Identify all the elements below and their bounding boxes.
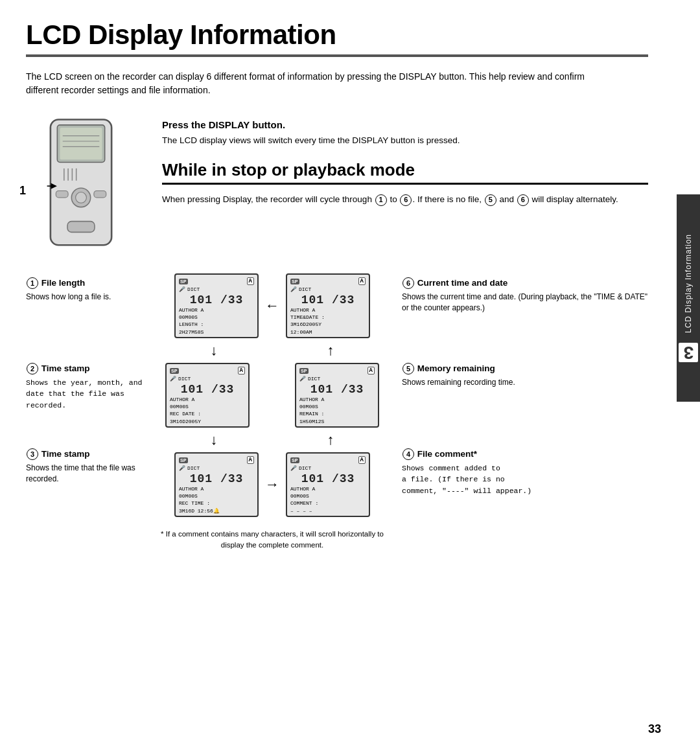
press-display-title: Press the DISPLAY button. [162, 119, 648, 130]
item2-label: 2 Time stamp [26, 363, 156, 374]
lcd6-text: AUTHOR A TIME&DATE : 3M16D2005Y 12:00AM [290, 306, 366, 336]
right-desc-item-4: 4 File comment* Shows comment added toa … [402, 442, 648, 518]
lcd6-numbers: 101 /33 [290, 294, 366, 306]
lcd1-text: AUTHOR A 00M00S LENGTH : 2H27M58S [179, 306, 254, 336]
circle-1: 1 [375, 194, 387, 206]
recorder-icon [26, 113, 136, 255]
arrow-up-5-4: ↑ [327, 433, 334, 447]
arrow-down-2-3: ↓ [211, 433, 218, 447]
lcd2-text: AUTHOR A 00M00S REC DATE : 3M16D2005Y [170, 396, 245, 425]
circle-6: 6 [517, 194, 529, 206]
svg-point-11 [76, 192, 87, 203]
lcd-4: SP A 🎤 DICT 101 /33 AUTHOR A 00M00S COMM… [286, 452, 370, 517]
press-display-text: The LCD display views will switch every … [162, 134, 648, 147]
arrow-up-6-5: ↑ [327, 343, 334, 358]
tab-number: 3 [679, 343, 698, 362]
lcd-2: SP A 🎤 DICT 101 /33 AUTHOR A 00M00S REC … [165, 363, 250, 428]
arrow-right-3-4: → [265, 476, 279, 493]
footnote: * If a comment contains many characters,… [156, 529, 389, 551]
while-in-stop-title: While in stop or playback mode [162, 160, 648, 185]
svg-rect-2 [60, 128, 102, 159]
page-number: 33 [648, 722, 661, 736]
left-descriptions: 1 File length Shows how long a file is. … [26, 271, 156, 551]
page-title: LCD Display Information [26, 19, 648, 51]
item3-desc: Shows the time that the file was recorde… [26, 463, 156, 485]
left-desc-item-1: 1 File length Shows how long a file is. [26, 271, 156, 347]
svg-rect-13 [94, 190, 106, 197]
circle-6-end: 6 [400, 194, 412, 206]
right-desc-item-5: 5 Memory remaining Shows remaining recor… [402, 356, 648, 433]
item6-desc: Shows the current time and date. (During… [402, 292, 648, 314]
arrow-down-1-2: ↓ [211, 343, 218, 358]
svg-rect-12 [56, 190, 68, 197]
arrows-row-2: ↓ ↑ [156, 432, 389, 448]
item5-desc: Shows remaining recording time. [402, 377, 648, 388]
while-in-stop-text: When pressing Display, the recorder will… [162, 192, 648, 207]
lcd-5: SP A 🎤 DICT 101 /33 AUTHOR A 00M00S REMA… [295, 363, 379, 428]
item4-label: 4 File comment* [402, 448, 648, 460]
arrows-row-1: ↓ ↑ [156, 342, 389, 359]
item2-desc: Shows the year, month, anddate that the … [26, 377, 156, 411]
item3-label: 3 Time stamp [26, 448, 156, 460]
page-content: LCD Display Information The LCD screen o… [0, 0, 700, 571]
intro-text: The LCD screen on the recorder can displ… [26, 70, 609, 97]
lcd5-numbers: 101 /33 [299, 383, 375, 396]
circle-5: 5 [485, 194, 496, 206]
step1-number: 1 [19, 184, 26, 198]
title-rule [26, 54, 648, 57]
item1-desc: Shows how long a file is. [26, 292, 156, 303]
lcd-1: SP A 🎤 DICT 101 /33 AUTHOR A 00M00S LENG… [174, 273, 259, 338]
center-displays: SP A 🎤 DICT 101 /33 AUTHOR A 00M00S LENG… [156, 271, 389, 551]
lcd1-numbers: 101 /33 [179, 294, 254, 306]
left-desc-item-2: 2 Time stamp Shows the year, month, andd… [26, 356, 156, 433]
svg-rect-14 [67, 222, 95, 233]
recorder-image-container: 1 [26, 113, 143, 258]
press-display-section: Press the DISPLAY button. The LCD displa… [162, 113, 648, 258]
while-in-stop-section: While in stop or playback mode When pres… [162, 160, 648, 207]
display-pair-2-5: SP A 🎤 DICT 101 /33 AUTHOR A 00M00S REC … [165, 363, 379, 428]
left-desc-item-3: 3 Time stamp Shows the time that the fil… [26, 442, 156, 518]
item6-label: 6 Current time and date [402, 277, 648, 289]
lcd2-numbers: 101 /33 [170, 383, 245, 396]
full-diagram: 1 File length Shows how long a file is. … [26, 271, 648, 551]
lcd-3: SP A 🎤 DICT 101 /33 AUTHOR A 00M00S REC … [174, 452, 259, 517]
item5-label: 5 Memory remaining [402, 363, 648, 374]
item4-desc: Shows comment added toa file. (If there … [402, 463, 648, 496]
top-section: 1 [26, 113, 648, 258]
display-pair-1-6: SP A 🎤 DICT 101 /33 AUTHOR A 00M00S LENG… [174, 273, 370, 338]
tab-label: LCD Display Information [684, 234, 693, 333]
display-pair-3-4: SP A 🎤 DICT 101 /33 AUTHOR A 00M00S REC … [174, 452, 370, 517]
lcd3-text: AUTHOR A 00M00S REC TIME : 3M16D 12:56🔔 [179, 485, 254, 514]
lcd4-numbers: 101 /33 [290, 472, 366, 485]
right-descriptions: 6 Current time and date Shows the curren… [389, 271, 648, 551]
lcd3-numbers: 101 /33 [179, 472, 254, 485]
arrow-left-1-6: ← [265, 297, 279, 314]
lcd4-text: AUTHOR A 00M00S COMMENT : – – – – [290, 485, 366, 514]
lcd5-text: AUTHOR A 00M00S REMAIN : 1H50M12S [299, 396, 375, 425]
lcd-6: SP A 🎤 DICT 101 /33 AUTHOR A TIME&DATE :… [286, 273, 370, 338]
item1-label: 1 File length [26, 277, 156, 289]
side-tab: 3 LCD Display Information [677, 194, 700, 402]
right-desc-item-6: 6 Current time and date Shows the curren… [402, 271, 648, 347]
